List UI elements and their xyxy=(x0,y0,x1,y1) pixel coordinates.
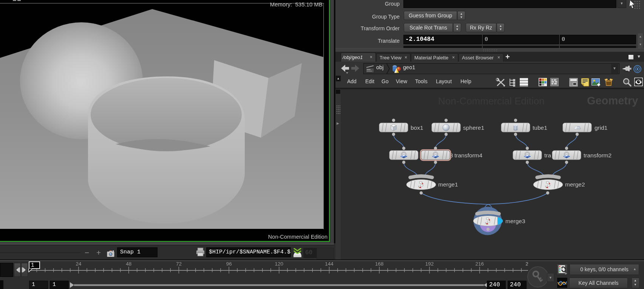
svg-text:transform2: transform2 xyxy=(584,152,612,158)
svg-text:grid1: grid1 xyxy=(595,124,607,131)
svg-text:216: 216 xyxy=(475,261,484,267)
svg-text:tube1: tube1 xyxy=(533,124,547,131)
svg-text:Memory: 535.10 MB: Memory: 535.10 MB xyxy=(270,1,323,8)
svg-text:sphere1: sphere1 xyxy=(463,124,484,131)
svg-text:192: 192 xyxy=(425,261,434,267)
svg-text:box1: box1 xyxy=(411,124,423,131)
svg-text:48: 48 xyxy=(126,261,131,267)
svg-text:merge1: merge1 xyxy=(438,181,458,188)
svg-text:96: 96 xyxy=(226,261,232,267)
svg-text:tra: tra xyxy=(544,152,551,158)
svg-text:merge2: merge2 xyxy=(565,181,585,188)
svg-text:168: 168 xyxy=(375,261,384,267)
svg-text:120: 120 xyxy=(275,261,284,267)
svg-text:merge3: merge3 xyxy=(505,218,525,224)
svg-text:144: 144 xyxy=(325,261,334,267)
svg-text:Non-Commercial Edition: Non-Commercial Edition xyxy=(268,234,327,240)
svg-text:transform4: transform4 xyxy=(454,152,482,158)
svg-text:24: 24 xyxy=(76,261,82,267)
svg-text:72: 72 xyxy=(176,261,182,267)
